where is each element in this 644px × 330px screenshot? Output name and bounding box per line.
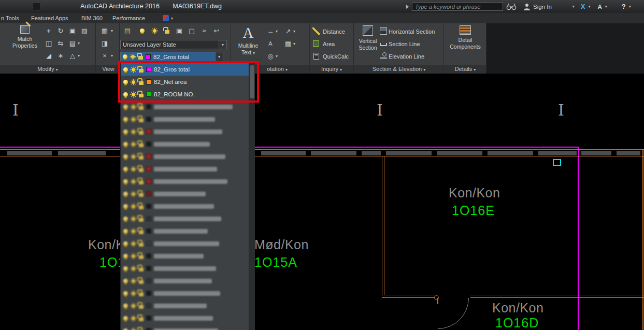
- layer-on-icon[interactable]: [123, 316, 128, 321]
- layer-row-redacted[interactable]: [121, 250, 249, 262]
- layer-on-icon[interactable]: [123, 130, 128, 134]
- layer-color-swatch[interactable]: [146, 179, 151, 184]
- layer-thaw-icon[interactable]: [132, 205, 135, 208]
- layer-on-icon[interactable]: [123, 117, 128, 122]
- details-panel-label[interactable]: Details ▾: [444, 65, 486, 74]
- layer-thaw-icon[interactable]: [131, 55, 135, 59]
- layer-unlock-icon[interactable]: [139, 181, 144, 184]
- layer-unlock-icon[interactable]: [139, 305, 144, 309]
- layer-unlock-icon[interactable]: [139, 81, 144, 85]
- annotation-marker-icon[interactable]: ◎: [265, 51, 276, 61]
- layer-dropdown-scrollbar[interactable]: [249, 63, 255, 330]
- layer-row-redacted[interactable]: [121, 287, 249, 299]
- layer-thaw-icon[interactable]: [132, 68, 135, 71]
- layer-color-swatch[interactable]: [146, 253, 151, 259]
- layer-color-swatch[interactable]: [146, 315, 151, 321]
- layer-unlock-icon[interactable]: [139, 206, 144, 209]
- current-layer-dropdown-icon[interactable]: ▾: [215, 52, 223, 61]
- sign-in-button[interactable]: Sign In: [533, 4, 552, 10]
- layer-match-icon[interactable]: ≈: [199, 25, 209, 36]
- stretch-icon[interactable]: ⇆: [55, 38, 66, 48]
- layer-color-swatch[interactable]: [146, 92, 151, 97]
- scale-flyout-icon[interactable]: ▾: [78, 53, 80, 58]
- modify-panel-label[interactable]: Modify ▾: [0, 65, 95, 74]
- layer-thaw-icon[interactable]: [132, 217, 135, 221]
- detail-components-button[interactable]: Detail Components: [449, 24, 482, 50]
- layer-on-icon[interactable]: [123, 80, 128, 84]
- layer-color-swatch[interactable]: [146, 117, 151, 122]
- layer-row[interactable]: 82_ROOM NO.: [121, 88, 249, 101]
- leader-flyout-icon[interactable]: ▾: [293, 29, 295, 34]
- layer-on-icon[interactable]: [123, 105, 128, 109]
- layer-on-icon[interactable]: [123, 179, 128, 184]
- layer-color-swatch[interactable]: [146, 129, 151, 134]
- layer-thaw-icon[interactable]: [132, 279, 135, 283]
- scale-icon[interactable]: △: [67, 50, 78, 61]
- layer-dropdown-list[interactable]: 82_Gros total82_Net area82_ROOM NO.: [120, 63, 249, 330]
- layer-color-swatch[interactable]: [146, 278, 151, 283]
- ucs-flyout-icon[interactable]: ▾: [111, 53, 113, 58]
- layer-color-swatch[interactable]: [146, 228, 151, 234]
- layer-row-redacted[interactable]: [121, 262, 249, 275]
- section-line-button[interactable]: Section Line: [389, 41, 420, 47]
- addon-menu-icon[interactable]: [163, 15, 169, 21]
- layer-unlock-icon[interactable]: [139, 119, 144, 122]
- area-button[interactable]: Area: [323, 41, 335, 47]
- layer-row-redacted[interactable]: [121, 299, 249, 312]
- layer-on-icon[interactable]: [123, 304, 128, 308]
- array-icon[interactable]: ▤: [67, 38, 78, 48]
- layer-unisolate-icon[interactable]: ▢: [187, 25, 197, 36]
- layer-thaw-icon[interactable]: [132, 105, 135, 109]
- exchange-apps-icon[interactable]: X: [581, 3, 585, 10]
- layer-on-icon[interactable]: [123, 279, 128, 283]
- layer-on-icon[interactable]: [123, 167, 128, 171]
- layer-state-combo[interactable]: Unsaved Layer State ▾: [120, 40, 227, 49]
- dimension-flyout-icon[interactable]: ▾: [276, 29, 278, 34]
- layer-thaw-icon[interactable]: [132, 304, 135, 308]
- viewports-flyout-icon[interactable]: ▾: [111, 28, 113, 33]
- layer-row-redacted[interactable]: [121, 275, 249, 287]
- viewports-icon[interactable]: ▦: [99, 25, 110, 36]
- layer-thaw-icon[interactable]: [132, 292, 135, 295]
- ribbon-tab[interactable]: Performance: [112, 13, 145, 23]
- layer-unlock-icon[interactable]: [139, 243, 144, 247]
- layer-color-swatch[interactable]: [146, 291, 151, 296]
- layer-row-redacted[interactable]: [121, 138, 249, 150]
- layer-unlock-icon[interactable]: [138, 56, 143, 60]
- layer-thaw-icon[interactable]: [132, 155, 135, 159]
- distance-icon[interactable]: [311, 26, 321, 36]
- text-style-icon[interactable]: A: [265, 38, 276, 49]
- layer-row-redacted[interactable]: [121, 125, 249, 138]
- horizontal-section-icon[interactable]: [378, 26, 389, 36]
- layer-color-swatch[interactable]: [146, 204, 151, 209]
- quickcalc-icon[interactable]: [311, 51, 321, 61]
- layer-color-swatch[interactable]: [146, 154, 151, 159]
- layer-unlock-icon[interactable]: [139, 168, 144, 172]
- inquiry-panel-label[interactable]: Inquiry ▾: [309, 65, 354, 74]
- layer-unlock-icon[interactable]: [139, 280, 144, 284]
- layer-on-icon[interactable]: [123, 54, 127, 59]
- layer-row-redacted[interactable]: [121, 200, 249, 212]
- layer-on-icon[interactable]: [123, 241, 128, 246]
- layer-row-redacted[interactable]: [121, 212, 249, 225]
- table-flyout-icon[interactable]: ▾: [293, 41, 295, 46]
- layer-color-swatch[interactable]: [146, 141, 151, 147]
- layer-on-icon[interactable]: [123, 266, 128, 271]
- layer-row[interactable]: 82_Gros total: [121, 63, 249, 76]
- layer-thaw-icon[interactable]: [132, 317, 135, 320]
- layer-on-icon[interactable]: [123, 192, 128, 196]
- layer-thaw-icon[interactable]: [132, 118, 135, 121]
- layer-on-icon[interactable]: [123, 229, 128, 234]
- rotate-icon[interactable]: ↻: [55, 25, 66, 36]
- layer-row-redacted[interactable]: [121, 101, 249, 113]
- layer-color-swatch[interactable]: [146, 79, 151, 84]
- distance-button[interactable]: Distance: [323, 28, 345, 35]
- layer-unlock-icon[interactable]: [139, 231, 144, 234]
- help-icon[interactable]: ?: [622, 3, 626, 10]
- array-flyout-icon[interactable]: ▾: [78, 41, 80, 46]
- layer-on-icon[interactable]: [123, 154, 128, 159]
- vertical-section-button[interactable]: Vertical Section: [356, 24, 379, 51]
- layer-thaw-icon[interactable]: [132, 267, 135, 270]
- layer-color-swatch[interactable]: [146, 216, 151, 221]
- layer-thaw-icon[interactable]: [132, 130, 135, 134]
